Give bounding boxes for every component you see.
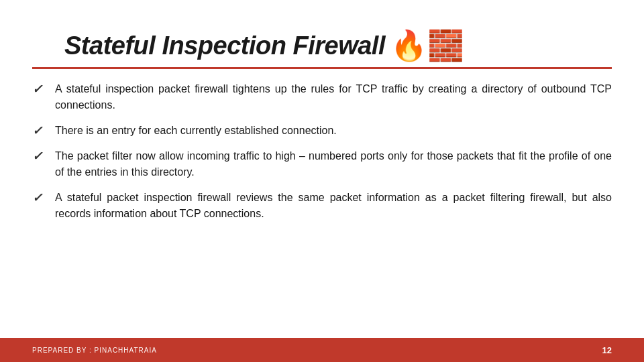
- firewall-icon: 🔥🧱: [390, 31, 464, 60]
- title-section: Stateful Inspection Firewall 🔥🧱: [32, 12, 612, 69]
- checkmark-3: ✓: [32, 149, 44, 164]
- slide-footer: PREPARED BY : PINACHHATRAIA 12: [0, 338, 644, 362]
- bullet-text-1: A stateful inspection packet firewall ti…: [55, 81, 612, 113]
- bullet-item-3: ✓ The packet filter now allow incoming t…: [32, 148, 612, 180]
- footer-prepared-by: PREPARED BY : PINACHHATRAIA: [32, 347, 157, 354]
- checkmark-1: ✓: [32, 82, 44, 97]
- bullet-text-4: A stateful packet inspection firewall re…: [55, 190, 612, 222]
- bullet-text-2: There is an entry for each currently est…: [55, 123, 337, 139]
- bullet-item-4: ✓ A stateful packet inspection firewall …: [32, 190, 612, 222]
- checkmark-4: ✓: [32, 190, 44, 205]
- slide-container: Stateful Inspection Firewall 🔥🧱 ✓ A stat…: [0, 0, 644, 362]
- bullet-item-1: ✓ A stateful inspection packet firewall …: [32, 81, 612, 113]
- slide-title: Stateful Inspection Firewall: [64, 32, 385, 60]
- footer-page-number: 12: [602, 345, 612, 355]
- bullet-item-2: ✓ There is an entry for each currently e…: [32, 123, 612, 139]
- checkmark-2: ✓: [32, 123, 44, 138]
- bullet-text-3: The packet filter now allow incoming tra…: [55, 148, 612, 180]
- content-section: ✓ A stateful inspection packet firewall …: [0, 69, 644, 338]
